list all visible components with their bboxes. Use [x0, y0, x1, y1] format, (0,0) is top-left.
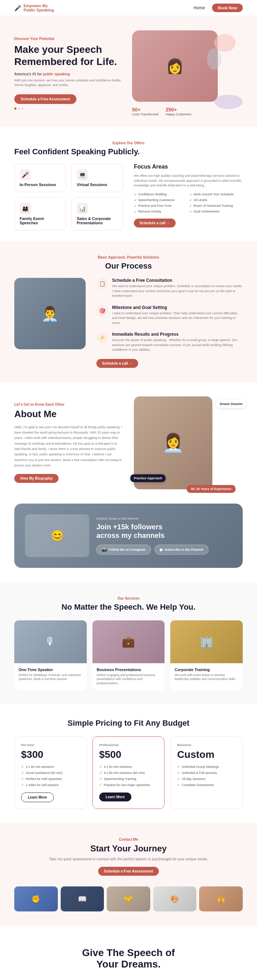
about-left: Let's Get to Know Each Other About Me He…	[14, 402, 123, 483]
focus-list: ✓Confidence Building ✓Work Around Your S…	[134, 192, 243, 213]
youtube-label: Subscribe to My Channel	[165, 548, 203, 551]
focus-desc: We offers are high quality coaching and …	[134, 173, 243, 188]
pricing-price-3: Custom	[177, 749, 236, 760]
focus-item-8: ✓Goal Achievement	[189, 210, 243, 213]
speaker-desc-3: We work with entire teams to develop lea…	[175, 673, 238, 682]
instagram-button[interactable]: 📸 Follow Me on Instagram	[97, 545, 151, 555]
pricing-card-3: Business Custom ✓Unlimited Group Meeting…	[170, 737, 243, 809]
pricing-feature-2-4: ✓Practice for non-major speeches	[99, 783, 158, 787]
hero-blob-2	[214, 95, 243, 109]
about-right: Dream Smarter 👩‍💼 Practice Approach 35: …	[134, 396, 243, 489]
pricing-tier-1: Per-hour	[21, 743, 80, 747]
step-content-1: Schedule a Free Consultation We want to …	[112, 278, 243, 299]
offer-card-2: 💻 Virtual Sessions	[71, 164, 123, 192]
offer-icon-3: 👨‍👩‍👧	[20, 203, 31, 214]
pricing-card-2: Professional $500 ✓4 x 60 min sessions ✓…	[92, 737, 165, 809]
offers-tag: Explore Our Offers	[14, 141, 243, 145]
focus-areas: Focus Areas We offers are high quality c…	[134, 164, 243, 228]
step-icon-3: ⚡	[97, 332, 108, 343]
focus-item-6: ✓Room of Advanced Training	[189, 204, 243, 208]
about-title: About Me	[14, 409, 123, 420]
contact-section: Contact Me Start Your Journey Take my qu…	[0, 823, 257, 926]
speakers-title: No Matter the Speech. We Help You.	[14, 603, 243, 612]
process-inner: 👨‍💼 📋 Schedule a Free Consultation We wa…	[14, 278, 243, 368]
process-cta-label: Schedule a call →	[102, 361, 132, 365]
speaker-info-3: Corporate Training We work with entire t…	[170, 663, 243, 686]
speakers-grid: 🎙 One-Time Speaker Perfect for Weddings,…	[14, 620, 243, 690]
nav-home[interactable]: Home	[194, 5, 205, 10]
focus-item-1: ✓Confidence Building	[134, 192, 187, 196]
nav-logo: 🎤 Empower My Public Speaking	[14, 3, 54, 12]
hero-desc: With just one session, we how your nerve…	[14, 78, 125, 88]
social-buttons: 📸 Follow Me on Instagram ▶ Subscribe to …	[97, 545, 232, 555]
youtube-button[interactable]: ▶ Subscribe to My Channel	[155, 545, 209, 555]
pricing-cta-2[interactable]: Learn More	[99, 792, 132, 802]
process-tag: Basic Approach, Powerful Solutions	[14, 255, 243, 259]
pricing-grid: Per-hour $300 ✓1 x 60 min sessions ✓Voca…	[14, 737, 243, 809]
step-content-3: Immediate Results and Progress Discover …	[112, 332, 243, 353]
process-step-1: 📋 Schedule a Free Consultation We want t…	[97, 278, 243, 299]
focus-cta-button[interactable]: Schedule a call →	[134, 219, 176, 228]
dot-1	[14, 108, 16, 110]
hero-tag: Discover Your Potential	[14, 37, 125, 41]
pricing-feature-2-3: ✓Speechwriting Training	[99, 777, 158, 781]
focus-item-7: ✓Remove Anxiety	[134, 210, 187, 213]
speaker-info-2: Business Presentations Deliver engaging …	[92, 663, 165, 690]
speaker-name-1: One-Time Speaker	[19, 668, 82, 672]
speaker-name-2: Business Presentations	[97, 668, 160, 672]
offer-icon-1: 🎤	[20, 169, 31, 180]
pricing-price-1: $300	[21, 749, 80, 760]
social-section: 😊 Explore Jonas on the Internet Join +15…	[14, 504, 243, 568]
pricing-card-1: Per-hour $300 ✓1 x 60 min sessions ✓Voca…	[14, 737, 87, 809]
focus-cta-label: Schedule a call →	[140, 221, 170, 225]
speaker-img-3: 🏢	[170, 620, 243, 663]
pricing-feature-1-2: ✓Vocal Assistance (60 min)	[21, 771, 80, 775]
logo-line1: Empower My	[24, 3, 54, 8]
dot-3	[21, 108, 24, 110]
nav-book-button[interactable]: Book Now	[212, 3, 243, 12]
gallery-item-4: 🎨	[153, 886, 197, 912]
pricing-cta-1[interactable]: Learn More	[21, 792, 54, 802]
pricing-tier-2: Professional	[99, 743, 158, 747]
offer-label-4: Sales & Corporate Presentations	[77, 216, 118, 225]
process-cta-button[interactable]: Schedule a call →	[97, 359, 138, 368]
focus-item-3: ✓Speechwriting Assistance	[134, 198, 187, 202]
pricing-feature-3-3: ✓All-day Sessions	[177, 777, 236, 781]
hero-blob-3	[207, 48, 221, 70]
speaker-card-3: 🏢 Corporate Training We work with entire…	[170, 620, 243, 690]
about-inner: Let's Get to Know Each Other About Me He…	[14, 396, 243, 489]
pricing-feature-1-4: ✓1 video for self practice	[21, 783, 80, 787]
speaker-info-1: One-Time Speaker Perfect for Weddings, F…	[14, 663, 87, 686]
hero-title: Make your SpeechRemembered for Life.	[14, 44, 125, 67]
gallery-item-3: 🤝	[107, 886, 150, 912]
pricing-feature-3-2: ✓Unlimited & Full services	[177, 771, 236, 775]
contact-cta-button[interactable]: Schedule a Free Assessment	[98, 867, 159, 876]
about-cta-button[interactable]: View My Biography	[14, 474, 59, 483]
speaker-img-2: 💼	[92, 620, 165, 663]
social-tag: Explore Jonas on the Internet	[97, 517, 232, 520]
pricing-feature-3-1: ✓Unlimited Group Meetings	[177, 765, 236, 768]
step-content-2: Milestone and Goal Setting I want to und…	[112, 305, 243, 326]
step-desc-1: We want to understand your unique proble…	[112, 284, 243, 299]
cta-title: Give The Speech ofYour Dreams.	[14, 947, 243, 970]
hero-cta-button[interactable]: Schedule a Free Assessment	[14, 94, 76, 104]
about-badge-2: Practice Approach	[130, 474, 166, 482]
dot-2	[18, 108, 20, 110]
offer-label-1: In-Person Sessions	[20, 183, 56, 187]
cta-section: Give The Speech ofYour Dreams. Book A Fr…	[0, 926, 257, 980]
offer-card-3: 👨‍👩‍👧 Family Event Speeches	[14, 197, 66, 231]
speaker-img-1: 🎙	[14, 620, 87, 663]
contact-cta-label: Schedule a Free Assessment	[104, 869, 153, 873]
speaker-desc-1: Perfect for Weddings, Funerals, and Impo…	[19, 673, 82, 682]
process-step-3: ⚡ Immediate Results and Progress Discove…	[97, 332, 243, 353]
social-title: Join +15k followersacross my channels	[97, 522, 232, 539]
pricing-feature-2-2: ✓4 x 60 min sessions (60 min)	[99, 771, 158, 775]
navigation: 🎤 Empower My Public Speaking Home Book N…	[0, 0, 257, 16]
contact-tag: Contact Me	[14, 837, 243, 842]
hero-image: 👩	[132, 30, 218, 102]
offer-label-3: Family Event Speeches	[20, 216, 61, 225]
offer-icon-2: 💻	[77, 169, 88, 180]
process-image: 👨‍💼	[14, 278, 86, 349]
gallery-item-2: 📖	[61, 886, 104, 912]
focus-item-4: ✓All Levels	[189, 198, 243, 202]
